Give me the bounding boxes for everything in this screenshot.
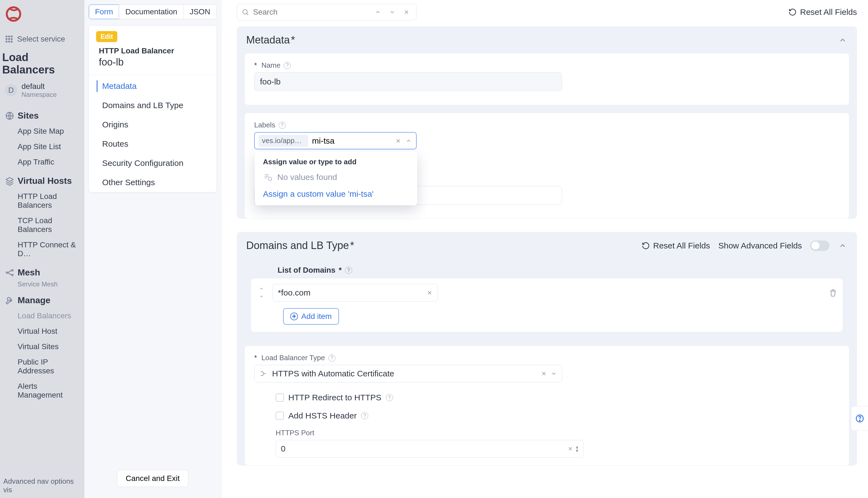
form-search[interactable] [237,4,417,21]
grid-icon [5,35,13,43]
wrench-icon [5,296,14,305]
form-nav-card: Edit HTTP Load Balancer foo-lb Metadata … [89,25,217,192]
sidebar-link[interactable]: Virtual Host [0,324,84,339]
namespace-selector[interactable]: D default Namespace [0,80,84,105]
name-input[interactable] [254,73,562,91]
nav-item-domains[interactable]: Domains and LB Type [89,96,216,115]
dropdown-heading: Assign value or type to add [255,158,417,170]
sidebar-mesh-sub: Service Mesh [0,280,84,289]
help-tab[interactable] [851,406,868,431]
sidebar-section-mesh[interactable]: Mesh [0,261,84,280]
nav-item-other[interactable]: Other Settings [89,173,216,192]
chevron-down-icon[interactable] [551,371,557,377]
sidebar-link[interactable]: App Site Map [0,123,84,139]
lb-type-select[interactable]: HTTPS with Automatic Certificate [254,365,562,382]
edit-badge: Edit [96,31,117,42]
section-title-domains: Domains and LB Type* [246,240,354,251]
svg-point-12 [12,270,13,271]
select-service-button[interactable]: Select service [0,35,84,43]
help-icon[interactable]: ? [345,266,352,274]
reset-all-fields-top[interactable]: Reset All Fields [788,8,857,17]
add-domain-button[interactable]: +Add item [283,308,339,325]
sidebar-section-vhosts[interactable]: Virtual Hosts [0,170,84,189]
http-redirect-row[interactable]: HTTP Redirect to HTTPS ? [256,389,849,407]
plus-icon: + [290,313,298,320]
help-icon[interactable]: ? [279,122,286,129]
reorder-handle[interactable]: ⌃⌄ [257,288,266,298]
label-key-chip[interactable]: ves.io/app_t… [258,135,308,147]
sidebar-link[interactable]: Virtual Sites [0,339,84,354]
sidebar-link[interactable]: Load Balancers [0,308,84,324]
assign-custom-value[interactable]: Assign a custom value 'mi-tsa' [255,186,417,200]
show-advanced-toggle[interactable] [810,240,829,251]
tab-json[interactable]: JSON [183,4,217,19]
sidebar-link[interactable]: HTTP Load Balancers [0,189,84,213]
mesh-icon [5,268,14,277]
svg-point-11 [6,272,8,274]
https-port-label: HTTPS Port [276,429,849,437]
clear-icon[interactable] [394,137,402,145]
search-next-icon[interactable] [387,7,397,17]
svg-rect-3 [11,36,12,37]
editor-form-column: Reset All Fields Metadata* *Name? [221,0,868,498]
app-title: Load Balancers [0,43,84,80]
labels-combobox[interactable]: ves.io/app_t… Assign value or type to ad… [254,132,417,149]
collapse-metadata-icon[interactable] [838,35,847,45]
nav-item-origins[interactable]: Origins [89,115,216,134]
collapse-domains-icon[interactable] [838,241,847,251]
svg-rect-2 [8,36,10,37]
checkbox[interactable] [276,393,284,402]
namespace-name: default [22,82,57,91]
sidebar-link[interactable]: HTTP Connect & D… [0,237,84,261]
sidebar-section-manage[interactable]: Manage [0,289,84,308]
list-of-domains-label: List of Domains*? [244,264,849,277]
checkbox[interactable] [276,411,284,420]
brand-logo [5,5,22,23]
clear-icon[interactable] [541,371,547,377]
nav-item-routes[interactable]: Routes [89,134,216,154]
tab-documentation[interactable]: Documentation [119,4,183,19]
help-icon[interactable]: ? [386,394,393,401]
reset-icon [642,241,650,250]
layers-icon [5,176,14,186]
svg-point-13 [12,274,13,276]
object-name: foo-lb [89,56,216,75]
labels-value-input[interactable] [312,136,390,146]
sidebar-link[interactable]: Public IP Addresses [0,354,84,379]
help-circle-icon [855,414,865,423]
chevron-down-icon: ⌄ [257,293,266,298]
reset-all-fields-domains[interactable]: Reset All Fields [642,241,710,250]
delete-domain-icon[interactable] [829,289,837,297]
sidebar-link[interactable]: App Traffic [0,154,84,170]
domain-input[interactable]: *foo.com [273,284,438,302]
advanced-nav-note: Advanced nav options vis [3,477,84,494]
sidebar-section-sites[interactable]: Sites [0,105,84,123]
section-title-metadata: Metadata* [246,34,295,46]
help-icon[interactable]: ? [361,412,368,419]
labels-field-label: Labels? [254,121,840,129]
search-prev-icon[interactable] [373,7,383,17]
form-search-input[interactable] [253,8,369,16]
cancel-and-exit-button[interactable]: Cancel and Exit [117,470,188,487]
sidebar-link[interactable]: App Site List [0,139,84,154]
tab-form[interactable]: Form [89,4,119,19]
sidebar-link[interactable]: TCP Load Balancers [0,213,84,237]
chevron-up-icon[interactable] [405,137,413,145]
add-hsts-row[interactable]: Add HSTS Header ? [256,407,849,425]
search-list-icon [263,172,273,182]
help-icon[interactable]: ? [284,62,291,69]
sidebar-link[interactable]: Alerts Management [0,379,84,403]
view-tabs: Form Documentation JSON [84,0,221,19]
clear-icon[interactable] [567,446,573,451]
nav-item-security[interactable]: Security Configuration [89,154,216,173]
number-stepper[interactable]: ▴▾ [576,445,578,453]
svg-point-0 [7,8,21,21]
show-advanced-label: Show Advanced Fields [718,241,802,250]
nav-item-metadata[interactable]: Metadata [89,77,216,96]
https-port-input[interactable]: 0 ▴▾ [276,440,584,458]
search-clear-icon[interactable] [401,7,412,17]
svg-point-17 [859,420,860,421]
editor-slideover: Form Documentation JSON Edit HTTP Load B… [84,0,868,498]
help-icon[interactable]: ? [328,354,335,362]
clear-icon[interactable] [426,290,433,296]
